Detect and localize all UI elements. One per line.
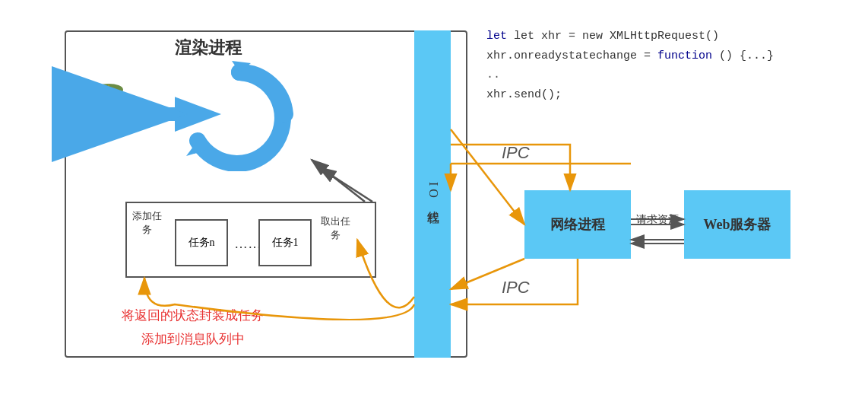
add-task-label: 添加任务	[131, 209, 163, 237]
ipc-label-top: IPC	[502, 143, 530, 163]
red-annotation: 将返回的状态封装成任务 添加到消息队列中	[122, 304, 264, 351]
code-line-3: ..	[486, 65, 774, 85]
take-task-label: 取出任务	[319, 215, 351, 242]
task-n-box: 任务n	[175, 219, 228, 266]
red-annotation-line1: 将返回的状态封装成任务	[122, 304, 264, 328]
request-resource-label: 请求资源	[636, 213, 679, 227]
io-thread-bar: IO线程	[414, 30, 451, 358]
queue-dots: ……	[234, 221, 261, 266]
network-process-label: 网络进程	[550, 215, 605, 234]
web-server-box: Web服务器	[684, 190, 790, 259]
code-line-2: xhr.onreadystatechange = function () {..…	[486, 46, 774, 66]
ipc-label-bottom: IPC	[502, 278, 530, 298]
diagram-container: 渲染进程 渲染主线程	[23, 15, 851, 388]
io-thread-label: IO线程	[425, 182, 441, 207]
code-line-4: xhr.send();	[486, 85, 774, 105]
web-server-label: Web服务器	[703, 215, 771, 234]
network-process-box: 网络进程	[524, 190, 631, 259]
spool-icon	[93, 84, 123, 122]
code-block: let let xhr = new XMLHttpRequest() xhr.o…	[486, 27, 774, 104]
task-1-box: 任务1	[258, 219, 312, 266]
red-annotation-line2: 添加到消息队列中	[122, 328, 264, 352]
render-process-title: 渲染进程	[175, 37, 242, 59]
code-line-1: let let xhr = new XMLHttpRequest()	[486, 27, 774, 46]
event-loop-icon	[175, 57, 304, 171]
